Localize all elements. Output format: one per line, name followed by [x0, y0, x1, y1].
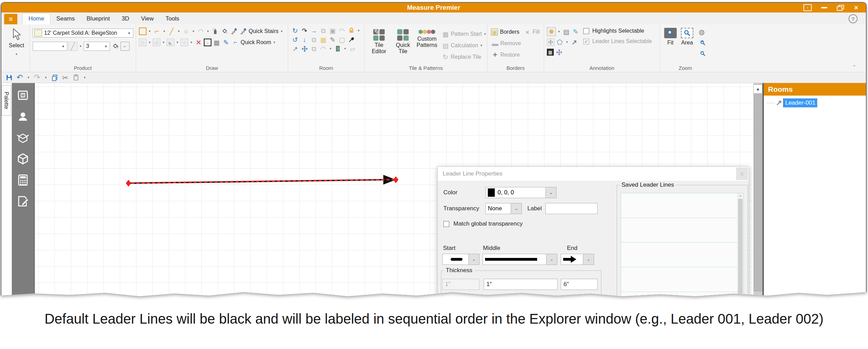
undo-dropdown-icon[interactable]: ▾	[26, 73, 31, 82]
thickness-middle-input[interactable]: 1"	[484, 279, 558, 290]
leader-arrow-icon[interactable]: ↗	[570, 38, 578, 46]
products-box-icon[interactable]	[16, 131, 30, 144]
zoom-in-icon[interactable]: +	[698, 39, 706, 47]
grid-icon[interactable]: ▦	[547, 49, 554, 56]
list-item[interactable]	[621, 243, 743, 267]
scrollbar-thumb[interactable]	[738, 199, 743, 297]
cut-icon[interactable]: ✂	[61, 73, 69, 82]
draw-line-icon[interactable]: ╱	[167, 27, 176, 35]
shape-triangle-icon[interactable]: ◣	[167, 39, 174, 46]
collapse-ribbon-icon[interactable]: ⌃	[852, 64, 856, 70]
zoom-out-icon[interactable]: −	[698, 49, 706, 58]
product-sub-select[interactable]: ▾	[33, 42, 67, 51]
3d-cube-icon[interactable]	[16, 152, 30, 165]
saved-list-scrollbar[interactable]: ˄ ˅	[737, 193, 743, 297]
list-item[interactable]	[621, 218, 743, 243]
label-input[interactable]	[545, 203, 598, 214]
draw-rectangle-icon[interactable]	[139, 27, 147, 35]
tab-3d[interactable]: 3D	[116, 14, 135, 24]
paste-icon[interactable]	[72, 73, 80, 82]
add-product-icon[interactable]: +	[111, 42, 119, 50]
arc-icon[interactable]: ◠	[319, 44, 327, 53]
custom-patterns-button[interactable]: Custom Patterns	[416, 29, 438, 61]
rotate-cw-icon[interactable]: ↻	[291, 26, 299, 35]
tree-item-label[interactable]: Leader-001	[783, 99, 817, 107]
worksheet-edit-icon[interactable]	[16, 195, 30, 208]
duplicate-icon[interactable]: ⧉	[319, 26, 327, 35]
measure-tool-icon[interactable]: ╱	[68, 42, 77, 51]
scroll-up-icon[interactable]: ˄	[738, 194, 743, 198]
leader-lines-selectable-option[interactable]: ✓ Leader Lines Selectable	[583, 38, 652, 44]
tab-tools[interactable]: Tools	[160, 14, 185, 24]
thickness-start-input[interactable]: 1"	[442, 279, 479, 290]
pattern-start-button[interactable]: ▦Pattern Start▾	[441, 30, 487, 38]
draw-circle-icon[interactable]: ○	[182, 27, 190, 35]
borders-button[interactable]: ▣Borders	[491, 29, 519, 35]
scrollbar-thumb[interactable]	[754, 94, 762, 291]
remove-button[interactable]: ▬Remove	[491, 39, 544, 48]
pin-window-icon[interactable]	[803, 4, 812, 11]
middle-style-select[interactable]: ⌄	[483, 254, 557, 265]
dialog-title-bar[interactable]: Leader Line Properties	[438, 167, 749, 181]
draw-arc-icon[interactable]: ◠	[197, 27, 205, 35]
checkbox-unchecked[interactable]	[443, 221, 449, 227]
tab-view[interactable]: View	[135, 14, 160, 24]
slope-icon[interactable]: ↗	[291, 44, 299, 53]
transparency-select[interactable]: None ⌄	[485, 203, 522, 214]
tile-editor-button[interactable]: ✎ Tile Editor	[368, 29, 390, 61]
minimize-icon[interactable]	[821, 5, 828, 10]
eraser-icon[interactable]: ▱	[348, 44, 357, 53]
product-select[interactable]: 12' Carpet Solid A: BeigeSton ▾	[33, 29, 133, 38]
insert-icon[interactable]: ▣	[328, 26, 337, 35]
fill-bucket-icon[interactable]	[220, 27, 229, 35]
restore-icon[interactable]	[837, 5, 844, 10]
tab-blueprint[interactable]: Blueprint	[81, 14, 116, 24]
pencil-icon[interactable]: ✎	[222, 38, 230, 47]
pan-icon[interactable]	[555, 48, 563, 56]
door-icon[interactable]	[334, 44, 342, 53]
checkbox-checked[interactable]: ✓	[583, 39, 589, 44]
room-plan-icon[interactable]: ⌐	[120, 42, 130, 51]
saved-leader-lines-list[interactable]: ˄ ˅	[621, 193, 744, 297]
shape-square-icon[interactable]: □	[139, 39, 147, 46]
stairs-icon[interactable]	[230, 27, 238, 35]
restore-button[interactable]: +Restore	[491, 51, 544, 59]
merge-icon[interactable]: ⧉	[310, 35, 318, 44]
undo-icon[interactable]: ↶	[16, 73, 24, 82]
quick-tile-button[interactable]: Quick Tile	[392, 29, 414, 61]
calculation-button[interactable]: ▤Calculation▾	[441, 41, 487, 50]
move-icon[interactable]	[300, 44, 309, 53]
paste-dropdown-icon[interactable]: ▾	[83, 73, 87, 82]
copy-room-icon[interactable]: ⧉	[310, 44, 318, 53]
notes-icon[interactable]: ▤	[562, 27, 570, 36]
move-down-icon[interactable]: ↓	[300, 35, 309, 44]
customer-icon[interactable]	[16, 110, 30, 123]
blueprint-icon[interactable]	[16, 89, 30, 102]
shape-diamond-icon[interactable]: ◇	[153, 39, 160, 46]
canvas-vertical-scrollbar[interactable]: ▲	[753, 83, 762, 296]
calculator-icon[interactable]	[16, 173, 30, 187]
color-select[interactable]: 0, 0, 0 ⌄	[485, 187, 557, 198]
list-item[interactable]	[621, 292, 743, 297]
dialog-close-icon[interactable]: x	[736, 168, 748, 180]
draw-polyline-icon[interactable]: ⌐	[153, 27, 161, 35]
list-item[interactable]	[621, 193, 743, 218]
app-menu-button[interactable]: ≡	[4, 14, 17, 24]
end-style-select[interactable]: ⌄	[561, 254, 594, 265]
arc-segment-icon[interactable]: ◠	[338, 26, 346, 35]
quantity-select[interactable]: 3 ▾	[84, 42, 110, 51]
zoom-fit-button[interactable]: Fit	[664, 28, 677, 58]
close-icon[interactable]: ×	[853, 5, 860, 10]
match-global-transparency-option[interactable]: Match global transparency	[443, 220, 523, 227]
scroll-up-icon[interactable]: ▲	[753, 84, 762, 94]
flip-icon[interactable]: ↷	[300, 26, 309, 35]
fill-button[interactable]: ×Fill	[523, 28, 540, 36]
copy-icon[interactable]	[50, 73, 59, 82]
quick-room-button[interactable]: Quick Room	[241, 39, 271, 46]
move-annotation-icon[interactable]	[547, 38, 554, 46]
list-item[interactable]	[621, 267, 743, 292]
tape-measure-icon[interactable]	[547, 27, 556, 36]
redo-icon[interactable]: ↷	[33, 73, 41, 82]
highlights-selectable-option[interactable]: Highlights Selectable	[583, 28, 652, 34]
shapes-icon[interactable]: ⬠	[556, 38, 564, 46]
